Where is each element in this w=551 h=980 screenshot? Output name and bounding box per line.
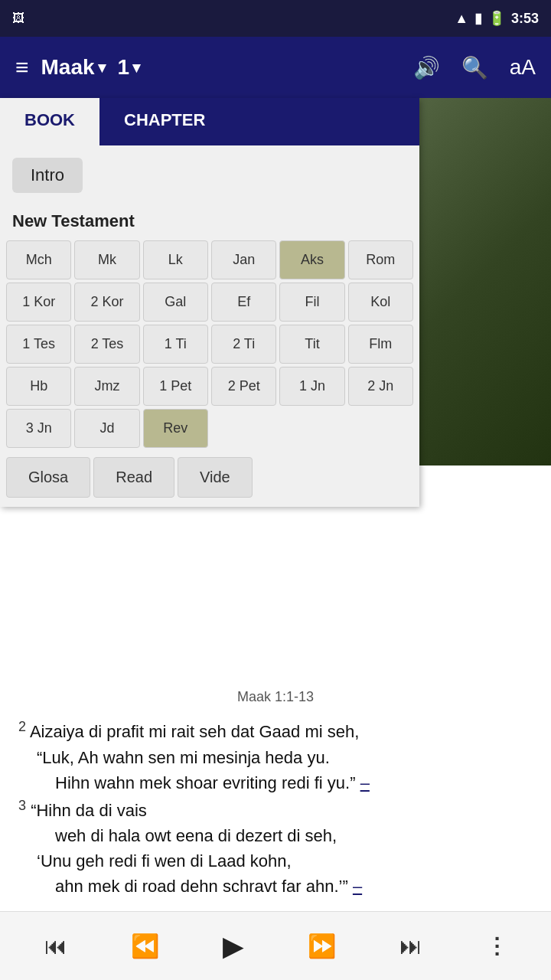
- book-mk[interactable]: Mk: [74, 240, 139, 279]
- book-gal[interactable]: Gal: [143, 283, 208, 322]
- search-icon[interactable]: 🔍: [461, 55, 488, 80]
- verse-3b: weh di hala owt eena di dezert di seh,: [55, 823, 533, 848]
- book-3jn[interactable]: 3 Jn: [6, 409, 71, 448]
- passage-reference: Maak 1:1-13: [18, 687, 533, 707]
- nav-right: 🔊 🔍 aA: [413, 55, 536, 80]
- glosa-button[interactable]: Glosa: [6, 457, 90, 498]
- read-button[interactable]: Read: [93, 457, 174, 498]
- book-rev[interactable]: Rev: [143, 409, 208, 448]
- book-empty1: [211, 409, 276, 448]
- menu-icon[interactable]: ≡: [15, 54, 29, 80]
- verse-2: 2 Aizaiya di prafit mi rait seh dat Gaad…: [18, 717, 533, 744]
- font-size-icon[interactable]: aA: [510, 55, 536, 80]
- book-dropdown-panel: BOOK CHAPTER Intro New Testament Mch Mk …: [0, 98, 419, 507]
- rewind-button[interactable]: ⏪: [131, 933, 159, 959]
- book-1ti[interactable]: 1 Ti: [143, 325, 208, 364]
- play-button[interactable]: ▶: [223, 930, 244, 962]
- nav-left: ≡ Maak ▾ 1 ▾: [15, 54, 140, 80]
- book-2tes[interactable]: 2 Tes: [74, 325, 139, 364]
- player-bar: ⏮ ⏪ ▶ ⏩ ⏭ ⋮: [0, 911, 551, 980]
- chapter-dropdown-icon: ▾: [132, 58, 140, 77]
- image-icon: 🖼: [12, 11, 24, 25]
- verse-2-text: Aizaiya di prafit mi rait seh dat Gaad m…: [30, 723, 359, 742]
- bible-text-area: Maak 1:1-13 2 Aizaiya di prafit mi rait …: [0, 675, 551, 911]
- book-title: Maak: [41, 55, 95, 80]
- book-ef[interactable]: Ef: [211, 283, 276, 322]
- verse-2-num: 2: [18, 719, 26, 734]
- book-jmz[interactable]: Jmz: [74, 367, 139, 406]
- book-2pet[interactable]: 2 Pet: [211, 367, 276, 406]
- tab-book[interactable]: BOOK: [0, 98, 99, 145]
- status-left: 🖼: [12, 11, 24, 25]
- quote-2: Hihn wahn mek shoar evriting redi fi yu.…: [55, 770, 533, 795]
- intro-button[interactable]: Intro: [12, 158, 83, 193]
- book-jan[interactable]: Jan: [211, 240, 276, 279]
- time-display: 3:53: [511, 11, 539, 27]
- book-2ti[interactable]: 2 Ti: [211, 325, 276, 364]
- ref-link-1[interactable]: –: [360, 773, 370, 792]
- tab-chapter[interactable]: CHAPTER: [99, 98, 230, 145]
- book-dropdown-icon: ▾: [98, 58, 106, 77]
- more-options-button[interactable]: ⋮: [486, 933, 507, 959]
- skip-back-button[interactable]: ⏮: [44, 933, 67, 959]
- book-grid: Mch Mk Lk Jan Aks Rom 1 Kor 2 Kor Gal Ef…: [0, 240, 419, 448]
- book-hb[interactable]: Hb: [6, 367, 71, 406]
- book-2kor[interactable]: 2 Kor: [74, 283, 139, 322]
- skip-forward-button[interactable]: ⏭: [399, 933, 422, 959]
- book-rom[interactable]: Rom: [348, 240, 413, 279]
- nav-bar: ≡ Maak ▾ 1 ▾ 🔊 🔍 aA: [0, 37, 551, 98]
- book-mch[interactable]: Mch: [6, 240, 71, 279]
- verse-3d: ahn mek di road dehn schravt far ahn.’” …: [55, 874, 533, 899]
- new-testament-header: New Testament: [0, 205, 419, 240]
- action-buttons: Glosa Read Vide: [0, 448, 419, 507]
- signal-icon: ▮: [474, 10, 482, 27]
- book-flm[interactable]: Flm: [348, 325, 413, 364]
- status-bar: 🖼 ▲ ▮ 🔋 3:53: [0, 0, 551, 37]
- verse-3-num: 3: [18, 798, 26, 813]
- verse-3c: ‘Unu geh redi fi wen di Laad kohn,: [37, 848, 533, 874]
- quote-1: “Luk, Ah wahn sen mi mesinja heda yu.: [37, 745, 533, 770]
- book-1pet[interactable]: 1 Pet: [143, 367, 208, 406]
- vide-button[interactable]: Vide: [178, 457, 253, 498]
- wifi-icon: ▲: [455, 11, 468, 27]
- book-jd[interactable]: Jd: [74, 409, 139, 448]
- book-selector[interactable]: Maak ▾: [41, 55, 106, 80]
- tab-bar: BOOK CHAPTER: [0, 98, 419, 145]
- book-lk[interactable]: Lk: [143, 240, 208, 279]
- chapter-selector[interactable]: 1 ▾: [118, 55, 141, 80]
- book-empty2: [279, 409, 344, 448]
- book-aks[interactable]: Aks: [279, 240, 344, 279]
- status-right: ▲ ▮ 🔋 3:53: [455, 10, 539, 27]
- chapter-image: [398, 98, 551, 466]
- book-tit[interactable]: Tit: [279, 325, 344, 364]
- chapter-number: 1: [118, 55, 130, 80]
- book-2jn[interactable]: 2 Jn: [348, 367, 413, 406]
- book-1tes[interactable]: 1 Tes: [6, 325, 71, 364]
- book-fil[interactable]: Fil: [279, 283, 344, 322]
- intro-section: Intro: [0, 145, 419, 205]
- verse-3-text: “Hihn da di vais: [31, 801, 147, 820]
- book-kol[interactable]: Kol: [348, 283, 413, 322]
- forward-button[interactable]: ⏩: [308, 933, 336, 959]
- book-empty3: [348, 409, 413, 448]
- book-1jn[interactable]: 1 Jn: [279, 367, 344, 406]
- ref-link-2[interactable]: –: [353, 877, 362, 896]
- verse-3: 3 “Hihn da di vais: [18, 795, 533, 823]
- book-1kor[interactable]: 1 Kor: [6, 283, 71, 322]
- battery-icon: 🔋: [488, 10, 505, 27]
- sound-icon[interactable]: 🔊: [413, 55, 440, 80]
